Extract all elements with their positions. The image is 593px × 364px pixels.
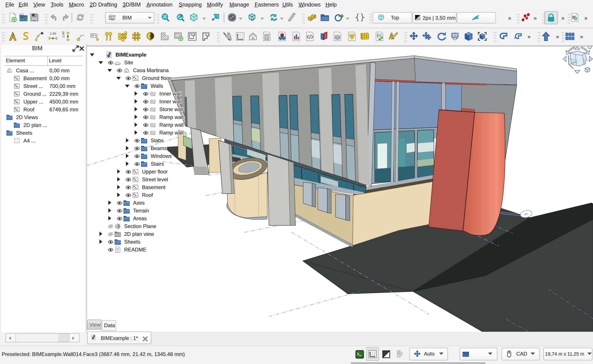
- svg-text:1.00: 1.00: [50, 32, 56, 35]
- svg-text:A: A: [116, 225, 118, 228]
- svg-text:1.00: 1.00: [61, 31, 65, 38]
- svg-text:A: A: [149, 34, 152, 38]
